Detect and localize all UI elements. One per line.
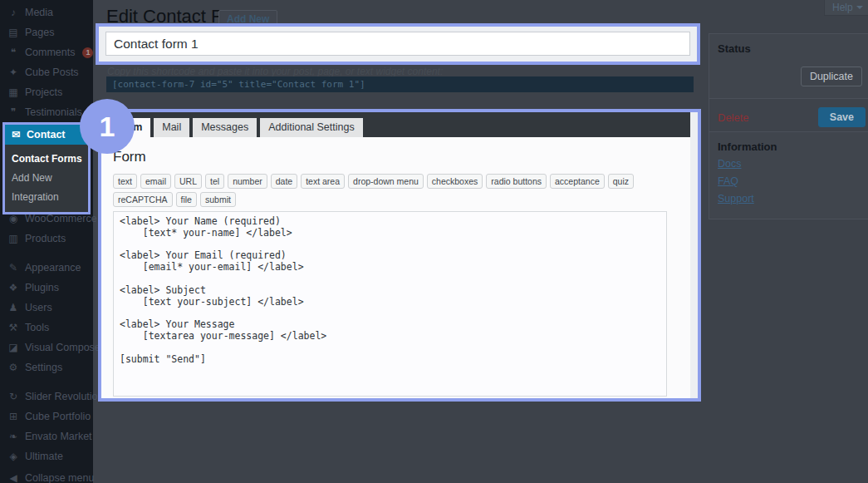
form-title-highlight [96,23,700,65]
sidebar-item-label: Settings [25,362,62,373]
tag-button-email[interactable]: email [140,174,171,189]
tag-button-url[interactable]: URL [174,174,202,189]
form-panel-heading: Form [113,149,679,165]
sidebar-item-cube-posts[interactable]: ✦ Cube Posts [0,62,93,82]
tab-additional-settings[interactable]: Additional Settings [260,118,363,137]
sidebar-item-appearance[interactable]: ✎ Appearance [0,258,93,278]
sidebar-item-label: Cube Portfolio [25,411,91,422]
sidebar-item-pages[interactable]: ▤ Pages [0,22,93,42]
menu-separator [0,377,93,387]
annotation-step-badge: 1 [80,99,135,154]
pages-icon: ▤ [7,27,19,38]
tag-button-acceptance[interactable]: acceptance [550,174,605,189]
contact-menu-highlight: ✉ Contact Contact Forms Add New Integrat… [2,122,91,214]
duplicate-row: Duplicate [709,60,868,98]
sidebar-item-label: Cube Posts [25,67,79,78]
sidebar-item-label: Testimonials [25,106,82,118]
duplicate-button[interactable]: Duplicate [801,67,862,86]
sidebar-item-plugins[interactable]: ❖ Plugins [0,278,93,298]
information-heading: Information [709,132,868,158]
sidebar-item-media[interactable]: ♪ Media [0,2,93,22]
ultimate-icon: ◈ [7,451,19,462]
delete-link[interactable]: Delete [718,111,749,124]
sidebar-item-projects[interactable]: ▦ Projects [0,82,93,102]
editor-tabbar: Form Mail Messages Additional Settings [101,112,690,137]
support-link[interactable]: Support [718,193,754,205]
comments-badge: 1 [82,47,93,58]
tag-button-submit[interactable]: submit [200,192,236,207]
sidebar-item-contact[interactable]: ✉ Contact [5,125,88,145]
sidebar-item-label: Media [25,7,53,18]
faq-link[interactable]: FAQ [718,175,738,187]
sidebar-item-label: Pages [25,27,54,38]
tab-messages[interactable]: Messages [193,118,257,137]
tag-button-date[interactable]: date [271,174,297,189]
media-icon: ♪ [7,7,19,18]
envato-market-icon: ❧ [7,431,19,442]
form-editor-highlight: Form Mail Messages Additional Settings F… [98,109,701,402]
shortcode-hint: Copy this shortcode and paste it into yo… [107,66,443,77]
chevron-down-icon [856,6,863,9]
slider-revolution-icon: ↻ [7,391,19,402]
save-button[interactable]: Save [818,107,866,127]
sidebar-item-label: WooCommerce [25,213,97,224]
sidebar-item-label: Users [25,302,52,313]
sidebar-item-label: Comments [25,47,75,58]
submenu-item-contact-forms[interactable]: Contact Forms [5,150,88,169]
status-metabox: Status Duplicate Delete Save [709,33,868,136]
tag-generator-buttons: text email URL tel number date text area… [113,174,679,207]
tag-button-tel[interactable]: tel [205,174,224,189]
form-template-textarea[interactable]: <label> Your Name (required) [text* your… [113,211,667,397]
docs-link[interactable]: Docs [718,158,741,170]
sidebar-item-users[interactable]: ♟ Users [0,298,93,318]
sidebar-item-label: Projects [25,86,62,98]
cube-portfolio-icon: ⊞ [7,411,19,422]
sidebar-item-cube-portfolio[interactable]: ⊞ Cube Portfolio [0,407,93,426]
sidebar-item-collapse-menu[interactable]: ◀ Collapse menu [0,468,93,483]
help-label: Help [832,2,853,13]
shortcode-value[interactable]: [contact-form-7 id="5" title="Contact fo… [106,76,694,92]
visual-composer-icon: ◪ [7,342,19,353]
settings-icon: ⚙ [7,362,19,373]
tag-button-quiz[interactable]: quiz [608,174,634,189]
sidebar-item-label: Visual Composer [25,342,104,353]
tag-button-number[interactable]: number [228,174,267,189]
sidebar-item-label: Envato Market [25,431,92,442]
sidebar-item-label: Collapse menu [25,472,94,483]
sidebar-item-comments[interactable]: ❝ Comments 1 [0,42,93,62]
projects-icon: ▦ [7,86,19,98]
testimonials-icon: ❞ [7,106,19,118]
tag-button-text-area[interactable]: text area [301,174,345,189]
menu-separator [0,249,93,258]
form-tab-panel: Form text email URL tel number date text… [101,137,690,397]
sidebar-item-ultimate[interactable]: ◈ Ultimate [0,446,93,466]
sidebar-item-settings[interactable]: ⚙ Settings [0,357,93,377]
status-heading: Status [709,34,868,60]
sidebar-item-products[interactable]: ▥ Products [0,229,93,249]
sidebar-item-slider-revolution[interactable]: ↻ Slider Revolution [0,387,93,407]
sidebar-item-envato-market[interactable]: ❧ Envato Market [0,426,93,446]
tag-button-recaptcha[interactable]: reCAPTCHA [113,192,173,207]
tab-mail[interactable]: Mail [154,118,189,137]
envelope-icon: ✉ [10,129,22,140]
sidebar-item-label: Ultimate [25,451,63,462]
tag-button-text[interactable]: text [113,174,137,189]
tag-button-radio-buttons[interactable]: radio buttons [486,174,547,189]
sidebar-item-tools[interactable]: ⚒ Tools [0,318,93,338]
help-dropdown[interactable]: Help [824,0,868,16]
form-title-input[interactable] [105,32,690,56]
tag-button-drop-down-menu[interactable]: drop-down menu [348,174,424,189]
sidebar-item-testimonials[interactable]: ❞ Testimonials [0,102,93,122]
sidebar-item-label: Products [25,233,66,244]
admin-sidebar: ♪ Media ▤ Pages ❝ Comments 1 ✦ Cube Post… [0,0,93,483]
contact-submenu: Contact Forms Add New Integration [5,145,88,212]
submenu-item-add-new[interactable]: Add New [5,169,88,188]
sidebar-item-label: Plugins [25,282,59,293]
tag-button-file[interactable]: file [176,192,197,207]
products-icon: ▥ [7,233,19,244]
submenu-item-integration[interactable]: Integration [5,188,88,207]
sidebar-item-label: Slider Revolution [25,391,104,402]
sidebar-item-label: Tools [25,322,49,333]
tag-button-checkboxes[interactable]: checkboxes [427,174,483,189]
sidebar-item-visual-composer[interactable]: ◪ Visual Composer [0,338,93,357]
